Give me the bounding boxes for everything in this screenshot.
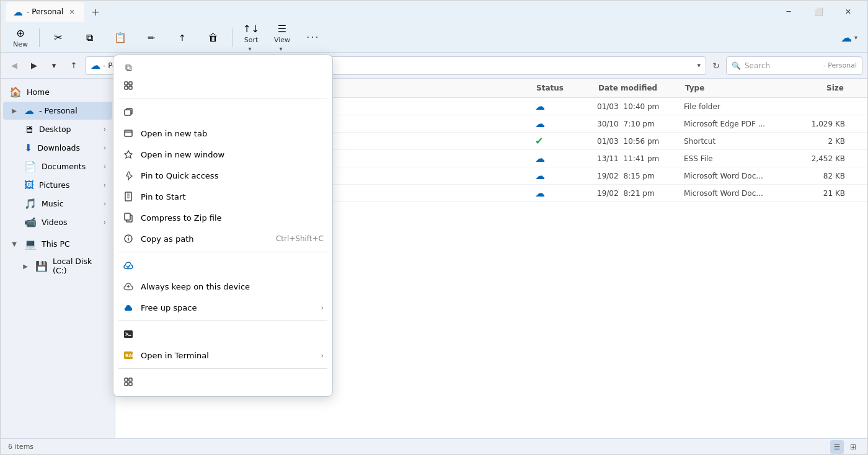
sidebar: 🏠 Home ▶ ☁ - Personal 🖥 Desktop › ⬇ Down… xyxy=(1,79,115,438)
minimize-button[interactable]: ─ xyxy=(774,2,803,22)
file-status-cell: ☁ xyxy=(535,100,597,112)
tab-close-button[interactable]: ✕ xyxy=(67,7,77,17)
cm-properties[interactable]: Copy as path Ctrl+Shift+C xyxy=(113,228,332,249)
sort-button[interactable]: ↑↓ Sort ▾ xyxy=(236,25,266,50)
sidebar-desktop-label: Desktop xyxy=(39,125,99,134)
cut-button[interactable]: ✂ xyxy=(43,25,73,50)
cloud-icon: ☁ xyxy=(535,100,545,112)
address-cloud-icon: ☁ xyxy=(91,60,100,71)
up-button[interactable]: ↑ xyxy=(65,57,82,74)
sidebar-item-pictures[interactable]: 🖼 Pictures › xyxy=(3,176,112,194)
svg-rect-2 xyxy=(125,86,128,89)
sidebar-item-local-disk[interactable]: ▶ 💾 Local Disk (C:) xyxy=(3,254,112,278)
cm-copy-path-label: Compress to Zip file xyxy=(141,213,317,223)
svg-point-16 xyxy=(128,236,129,237)
copy-button[interactable]: ⧉ xyxy=(74,25,104,50)
onedrive-cm-icon xyxy=(122,301,135,314)
date-cell: 19/02 8:21 pm xyxy=(597,189,684,198)
cm-open-new-tab[interactable] xyxy=(113,102,332,123)
rename-button[interactable]: ✏ xyxy=(136,25,166,50)
sidebar-item-home[interactable]: 🏠 Home xyxy=(3,83,112,101)
sidebar-this-pc-label: This PC xyxy=(42,239,106,249)
sidebar-item-downloads[interactable]: ⬇ Downloads › xyxy=(3,139,112,157)
cm-onedrive[interactable]: Free up space › xyxy=(113,297,332,318)
sidebar-item-documents[interactable]: 📄 Documents › xyxy=(3,157,112,175)
new-tab-button[interactable]: + xyxy=(87,3,104,20)
cm-sep-4 xyxy=(118,368,327,369)
videos-icon: 📹 xyxy=(24,216,37,228)
cloud-icon: ☁ xyxy=(535,118,545,130)
paste-icon: 📋 xyxy=(114,32,126,43)
view-label: View xyxy=(274,36,290,44)
cm-compress-zip[interactable]: Pin to Start xyxy=(113,186,332,207)
cm-winrar[interactable]: RAR Open in Terminal › xyxy=(113,345,332,366)
cm-pin-quick-access[interactable]: Open in new window xyxy=(113,144,332,165)
tab-personal[interactable]: ☁ - Personal ✕ xyxy=(6,2,84,22)
file-type: Microsoft Word Doc... xyxy=(684,189,795,198)
cm-open-new-window[interactable]: Open in new tab xyxy=(113,123,332,144)
toolbar-sep-2 xyxy=(232,29,232,47)
more-button[interactable]: ··· xyxy=(298,25,328,50)
always-keep-icon xyxy=(122,259,135,272)
cm-sep-1 xyxy=(118,99,327,99)
cm-onedrive-label: Free up space xyxy=(141,303,315,312)
sidebar-item-music[interactable]: 🎵 Music › xyxy=(3,195,112,213)
music-arrow-icon: › xyxy=(104,200,106,207)
grid-view-button[interactable]: ⊞ xyxy=(846,440,860,454)
list-view-button[interactable]: ☰ xyxy=(830,440,844,454)
file-time: 8:21 pm xyxy=(624,189,655,198)
recent-button[interactable]: ▾ xyxy=(45,57,63,74)
paste-button[interactable]: 📋 xyxy=(105,25,135,50)
documents-arrow-icon: › xyxy=(104,163,106,170)
refresh-button[interactable]: ↻ xyxy=(709,58,724,73)
videos-arrow-icon: › xyxy=(104,219,106,226)
properties-icon xyxy=(122,232,135,245)
sidebar-item-onedrive[interactable]: ▶ ☁ - Personal xyxy=(3,102,112,120)
close-button[interactable]: ✕ xyxy=(834,2,862,22)
cm-top-copy-area: ⧉ xyxy=(113,59,332,75)
cm-expand[interactable] xyxy=(113,75,332,96)
cm-always-keep[interactable] xyxy=(113,255,332,276)
copy-path-icon xyxy=(122,211,135,224)
pin-quick-access-icon xyxy=(122,148,135,161)
svg-rect-5 xyxy=(125,130,132,136)
sidebar-home-label: Home xyxy=(27,87,106,97)
cm-free-up-space[interactable]: Always keep on this device xyxy=(113,276,332,297)
toolbar: ⊕ New ✂ ⧉ 📋 ✏ ↑ 🗑 ↑↓ Sort ▾ ☰ View xyxy=(1,23,867,53)
search-box[interactable]: 🔍 Search - Personal xyxy=(726,56,862,75)
cloud-icon: ☁ xyxy=(535,152,545,164)
cm-copy-path[interactable]: Compress to Zip file xyxy=(113,207,332,228)
view-button[interactable]: ☰ View ▾ xyxy=(267,25,297,50)
file-time: 10:56 pm xyxy=(624,137,660,146)
file-size: 21 KB xyxy=(795,189,845,198)
onedrive-toolbar-button[interactable]: ☁ ▾ xyxy=(836,29,862,46)
cm-pin-start[interactable]: Pin to Quick access xyxy=(113,165,332,186)
share-button[interactable]: ↑ xyxy=(167,25,197,50)
cm-show-more-options[interactable] xyxy=(113,371,332,392)
free-up-icon xyxy=(122,280,135,293)
forward-button[interactable]: ▶ xyxy=(25,57,43,74)
cm-pin-quick-access-label: Open in new window xyxy=(141,150,324,159)
svg-rect-0 xyxy=(125,82,128,85)
local-disk-expand-icon: ▶ xyxy=(20,261,30,271)
view-icon: ☰ xyxy=(278,23,286,35)
cm-open-terminal[interactable] xyxy=(113,324,332,345)
tab-label: - Personal xyxy=(27,7,63,16)
compress-zip-icon xyxy=(122,190,135,203)
show-more-icon xyxy=(122,376,135,388)
file-size: 2 KB xyxy=(795,137,845,146)
search-suffix: - Personal xyxy=(823,61,857,69)
copy-icon: ⧉ xyxy=(86,32,93,43)
sidebar-item-this-pc[interactable]: ▼ 💻 This PC xyxy=(3,235,112,253)
file-time: 7:10 pm xyxy=(624,120,655,128)
onedrive-expand-icon: ▶ xyxy=(9,106,19,116)
new-button[interactable]: ⊕ New xyxy=(6,25,35,50)
sidebar-item-desktop[interactable]: 🖥 Desktop › xyxy=(3,120,112,138)
sidebar-item-videos[interactable]: 📹 Videos › xyxy=(3,213,112,231)
back-button[interactable]: ◀ xyxy=(6,57,23,74)
delete-button[interactable]: 🗑 xyxy=(198,25,228,50)
maximize-button[interactable]: ⬜ xyxy=(804,2,833,22)
address-dropdown-icon[interactable]: ▾ xyxy=(697,61,701,69)
rename-icon: ✏ xyxy=(148,33,155,43)
pictures-icon: 🖼 xyxy=(24,179,34,191)
